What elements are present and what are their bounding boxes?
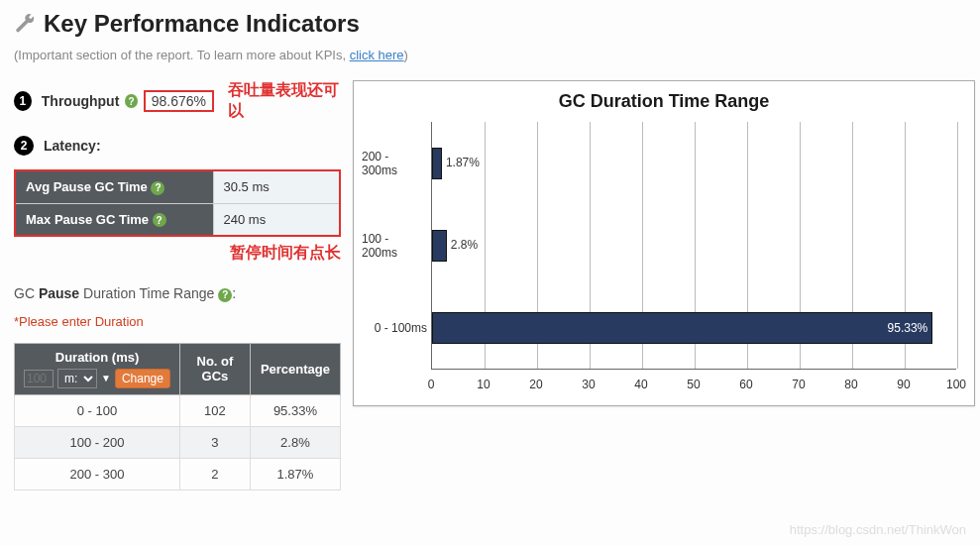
wrench-icon	[14, 13, 36, 35]
x-axis-tick: 70	[792, 378, 805, 391]
x-axis-tick: 50	[687, 378, 700, 391]
chart-title: GC Duration Time Range	[362, 91, 966, 112]
latency-table: Avg Pause GC Time ?30.5 msMax Pause GC T…	[14, 169, 341, 237]
page-title-text: Key Performance Indicators	[44, 10, 360, 38]
duration-heading: GC Pause Duration Time Range ?:	[14, 285, 341, 302]
y-axis-tick: 100 - 200ms	[362, 232, 427, 260]
page-subtitle: (Important section of the report. To lea…	[14, 48, 966, 62]
gridline	[957, 122, 958, 369]
x-axis-tick: 30	[582, 378, 595, 391]
chart-bar	[432, 230, 447, 262]
cell-range: 100 - 200	[15, 426, 180, 458]
cell-pct: 2.8%	[250, 426, 340, 458]
throughput-value: 98.676%	[144, 90, 214, 112]
x-axis-tick: 40	[634, 378, 647, 391]
duration-input[interactable]	[24, 370, 54, 387]
table-row: 200 - 30021.87%	[15, 458, 341, 490]
cell-gcs: 2	[180, 458, 251, 490]
table-row: 0 - 10010295.33%	[15, 394, 341, 426]
cell-pct: 1.87%	[250, 458, 340, 490]
x-axis-tick: 100	[946, 378, 966, 391]
cell-range: 200 - 300	[15, 458, 180, 490]
duration-error: *Please enter Duration	[14, 314, 341, 329]
y-axis-tick: 200 - 300ms	[362, 150, 427, 177]
x-axis-tick: 0	[428, 378, 435, 391]
x-axis-tick: 60	[739, 378, 752, 391]
bar-value-label: 1.87%	[446, 156, 480, 169]
x-axis-tick: 10	[477, 378, 490, 391]
cell-gcs: 3	[180, 426, 251, 458]
bar-value-label: 95.33%	[888, 321, 928, 335]
latency-label: Latency:	[44, 138, 101, 154]
gc-duration-chart: GC Duration Time Range 95.33%2.8%1.87%01…	[353, 80, 975, 406]
x-axis-tick: 80	[844, 378, 857, 391]
badge-2: 2	[14, 136, 34, 156]
badge-1: 1	[14, 91, 32, 111]
latency-annotation: 暂停时间有点长	[22, 243, 341, 264]
duration-unit-select[interactable]: m:	[57, 369, 97, 388]
latency-metric-value: 30.5 ms	[213, 170, 340, 203]
help-icon[interactable]: ?	[218, 288, 232, 302]
bar-value-label: 2.8%	[451, 238, 478, 252]
table-row: Avg Pause GC Time ?30.5 ms	[15, 170, 340, 203]
col-duration: Duration (ms)	[55, 350, 140, 365]
chevron-down-icon: ▼	[101, 373, 111, 383]
table-row: Max Pause GC Time ?240 ms	[15, 203, 340, 236]
latency-metric-label: Avg Pause GC Time ?	[15, 170, 213, 203]
latency-row: 2 Latency:	[14, 136, 341, 156]
page-title: Key Performance Indicators	[14, 10, 966, 38]
cell-pct: 95.33%	[250, 394, 340, 426]
throughput-annotation: 吞吐量表现还可以	[228, 80, 341, 122]
cell-range: 0 - 100	[15, 394, 180, 426]
help-icon[interactable]: ?	[153, 213, 166, 227]
learn-more-link[interactable]: click here	[350, 48, 404, 62]
y-axis-tick: 0 - 100ms	[375, 321, 427, 335]
latency-metric-label: Max Pause GC Time ?	[15, 203, 213, 236]
chart-bar: 95.33%	[432, 312, 932, 344]
chart-plot-area: 95.33%2.8%1.87%	[431, 122, 956, 370]
throughput-label: Throughput	[42, 93, 120, 109]
change-button[interactable]: Change	[115, 369, 170, 388]
table-row: 100 - 20032.8%	[15, 426, 341, 458]
chart-bar	[432, 148, 442, 179]
help-icon[interactable]: ?	[151, 181, 164, 195]
throughput-row: 1 Throughput ? 98.676% 吞吐量表现还可以	[14, 80, 341, 122]
x-axis-tick: 20	[529, 378, 542, 391]
col-percentage: Percentage	[261, 362, 330, 377]
latency-metric-value: 240 ms	[213, 203, 340, 236]
duration-table: Duration (ms) m: ▼ Change No. of GC	[14, 343, 341, 490]
cell-gcs: 102	[180, 394, 251, 426]
x-axis-tick: 90	[897, 378, 910, 391]
help-icon[interactable]: ?	[125, 94, 137, 108]
col-gcs: No. of GCs	[197, 354, 234, 383]
